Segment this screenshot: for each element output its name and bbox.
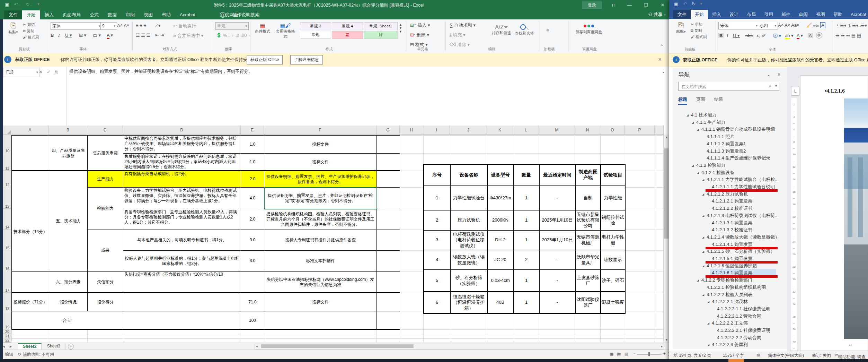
expand-triangle-icon[interactable]: ◢ <box>697 170 699 176</box>
word-tab-Acrobat[interactable]: Acrobat <box>847 10 868 19</box>
style-normal-sheet1[interactable]: 常规_Sheet1 <box>364 22 398 30</box>
page-indicator[interactable]: 第 194 页, 共 672 页 <box>674 353 711 359</box>
equip-cell[interactable]: 2 <box>423 210 450 230</box>
row-header-11[interactable]: 11 <box>3 153 12 171</box>
autosum-button[interactable]: ∑ 自动求和 ▾ <box>450 22 476 28</box>
add-ins-icon[interactable]: ● <box>546 26 550 34</box>
accessibility-status[interactable]: ⟳ 辅助功能: 调查 <box>835 353 838 357</box>
expand-triangle-icon[interactable]: ◢ <box>702 292 704 299</box>
row-header-18[interactable]: 18 <box>3 293 12 311</box>
equip-cell[interactable]: 5 <box>423 269 450 291</box>
nav-item-4.1.2.1.3[interactable]: ◢4.1.2.1.3 电杆荷载测试仪（电杆荷... <box>707 212 779 219</box>
equip-cell[interactable]: 自制 <box>575 186 600 210</box>
row-header-13[interactable]: 13 <box>3 187 12 209</box>
cell-G10[interactable] <box>377 135 400 153</box>
format-painter-button[interactable]: 🖌 格式刷 <box>691 34 707 40</box>
get-genuine-button[interactable]: 获取正版 Office <box>247 55 283 64</box>
row-header-20[interactable]: 20 <box>3 329 12 334</box>
equip-header-cell[interactable]: 数量 <box>513 164 539 186</box>
equip-cell[interactable]: 1 <box>423 186 450 210</box>
cell-C18[interactable]: 报价得分 <box>87 293 123 311</box>
share-button[interactable]: ⚇ 共享 ▾ <box>648 11 666 18</box>
gallery-scroll-icons[interactable]: ▲▼▼̲ <box>399 23 402 33</box>
equip-header-cell[interactable]: 序号 <box>423 164 450 186</box>
equip-cell[interactable]: 2025年1月10日 <box>539 230 575 250</box>
equip-cell[interactable]: 6 <box>423 291 450 313</box>
name-box[interactable]: F13▾ <box>3 68 40 77</box>
close-button[interactable]: ✕ <box>657 1 668 9</box>
cell-B18[interactable]: 报价情况 <box>49 293 87 311</box>
cell-F11[interactable]: 投标文件 <box>264 153 377 171</box>
minimize-button[interactable]: — <box>623 1 635 9</box>
column-header-K[interactable]: K <box>487 126 513 135</box>
row-header-19[interactable]: 19 <box>3 311 12 329</box>
nav-item-4.1.2.1.4[interactable]: ◢4.1.2.1.4 读数放大镜（读数显微镜） <box>707 234 779 241</box>
cell-E15[interactable]: 3.0 <box>241 230 264 250</box>
cell-C13[interactable]: 检验能力 <box>87 187 123 230</box>
text-effects-icon[interactable]: Ⓐ ▾ <box>773 33 781 39</box>
format-as-table-button[interactable]: ▦🖌套用表格格式 <box>274 22 296 39</box>
warning-close-icon[interactable]: ✕ <box>658 57 662 62</box>
column-header-J[interactable]: J <box>450 126 487 135</box>
cell-B10[interactable]: 四、产品质量及售后服务 <box>49 135 87 171</box>
qat-more-icon[interactable]: ▾ <box>38 2 40 7</box>
cell-D18[interactable] <box>123 293 241 311</box>
row-header-12[interactable]: 12 <box>3 171 12 187</box>
column-header-F[interactable]: F <box>264 126 377 135</box>
cell-A18[interactable]: 投标报价（71分） <box>11 293 49 311</box>
equip-cell[interactable]: DH-2 <box>487 230 513 250</box>
nav-item-4.1.2.1.2.1[interactable]: 4.1.2.1.2.1 购置发票 <box>712 198 752 205</box>
equip-cell[interactable]: 0.03-4cm <box>487 269 513 291</box>
cell-F10[interactable]: 投标文件 <box>264 135 377 153</box>
nav-item-4.1.2[interactable]: ◢4.1.2 检验能力 <box>696 162 726 169</box>
nav-close-icon[interactable]: ✕ <box>777 72 781 77</box>
equip-cell[interactable]: 2 <box>513 250 539 269</box>
equip-cell[interactable]: - <box>539 186 575 210</box>
nav-tab-页面[interactable]: 页面 <box>696 96 705 104</box>
nav-tab-结果[interactable]: 结果 <box>714 96 723 104</box>
column-header-I[interactable]: I <box>423 126 450 135</box>
number-format-combo[interactable]: 常规▾ <box>215 22 249 30</box>
cell-D15[interactable]: 与本包产品相关的，每项发明专利证书，得1分。 <box>123 230 241 250</box>
column-header-D[interactable]: D <box>123 126 241 135</box>
cell-G19[interactable] <box>377 311 400 329</box>
grow-font-icon[interactable]: A˄ A˅ Aa▾ <box>778 23 799 28</box>
excel-tab-数据[interactable]: 数据 <box>103 10 121 19</box>
equip-header-cell[interactable]: 设备名称 <box>450 164 487 186</box>
equip-cell[interactable]: 砂、石分析筛（实验筛） <box>450 269 487 291</box>
row-header-16[interactable]: 16 <box>3 250 12 271</box>
enter-icon[interactable]: ✓ <box>47 68 51 76</box>
cell-G18[interactable] <box>377 293 400 311</box>
char-border-icon[interactable]: 字 <box>816 32 822 38</box>
italic-icon[interactable]: I <box>727 33 728 38</box>
align-top-icon[interactable]: ≡ ≡ ≡ <box>136 23 146 28</box>
nav-item-4.1.2.1.2[interactable]: ◢4.1.2.1.2 压力试验机 <box>707 191 748 198</box>
cell-D17[interactable]: 失信扣分=商务分值（不含报价分值）*10%*失信分/10 <box>123 271 241 293</box>
style-normal4[interactable]: 常规 4 <box>332 22 363 30</box>
nav-item-4.1.2.2.2.2.2[interactable]: 4.1.2.2.2.2.2 劳动合同 <box>717 334 761 341</box>
nav-item-4.1.1[interactable]: ◢4.1.1 生产能力 <box>696 119 726 126</box>
row-header-14[interactable]: 14 <box>3 209 12 230</box>
equip-header-cell[interactable]: 制造商原产地 <box>575 164 600 186</box>
equip-cell[interactable]: 混凝土强度 <box>600 291 625 313</box>
cell-C10[interactable]: 售后服务承诺 <box>87 135 123 171</box>
nav-item-4.1.1.1[interactable]: ◢4.1.1.1 钢筋骨架自动成型机设备明细 <box>701 126 775 133</box>
cancel-icon[interactable]: ✕ <box>39 68 43 76</box>
row-header-15[interactable]: 15 <box>3 230 12 250</box>
cell-E11[interactable]: 1.0 <box>241 153 264 171</box>
equip-cell[interactable]: 恒温恒湿干燥箱（恒温恒湿养护箱） <box>450 291 487 313</box>
merge-center-button[interactable]: ⧈ 合并后居中 ▾ <box>173 33 203 39</box>
expand-triangle-icon[interactable]: ◢ <box>702 248 704 255</box>
column-header-A[interactable]: A <box>11 126 49 135</box>
column-header-P[interactable]: P <box>625 126 655 135</box>
borders-icon[interactable]: ⊞ ▾ <box>79 33 86 38</box>
excel-tab-帮助[interactable]: 帮助 <box>157 10 175 19</box>
cell-C12[interactable]: 生产能力 <box>87 171 123 187</box>
proofing-icon[interactable]: ⊠ <box>756 353 760 357</box>
column-header-N[interactable]: N <box>575 126 600 135</box>
baidu-save-button[interactable]: ●●● 保存到百度网盘 <box>574 22 603 35</box>
excel-tab-文件[interactable]: 文件 <box>4 10 22 19</box>
expand-triangle-icon[interactable]: ◢ <box>702 213 704 219</box>
save-icon[interactable]: ▣ <box>674 1 678 7</box>
cell-D12[interactable]: 具有钢筋骨架自动成型机，得2分。 <box>123 171 241 187</box>
